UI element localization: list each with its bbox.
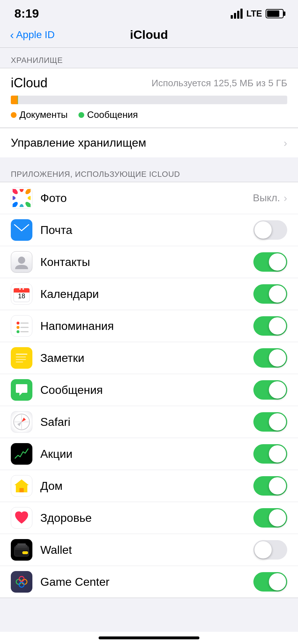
app-right-contacts[interactable] xyxy=(253,252,287,272)
storage-used-text: Используется 125,5 МБ из 5 ГБ xyxy=(152,78,287,89)
toggle-home[interactable] xyxy=(253,476,287,496)
app-chevron-photos-icon: › xyxy=(284,192,287,204)
toggle-calendar[interactable] xyxy=(253,284,287,304)
legend-documents: Документы xyxy=(11,109,68,120)
app-right-calendar[interactable] xyxy=(253,284,287,304)
legend-dot-green xyxy=(78,112,84,118)
svg-rect-27 xyxy=(16,362,23,363)
app-name-contacts: Контакты xyxy=(40,256,253,269)
app-name-safari: Safari xyxy=(40,415,253,429)
app-row-safari[interactable]: Safari xyxy=(0,406,298,438)
toggle-stocks[interactable] xyxy=(253,444,287,464)
toggle-reminders[interactable] xyxy=(253,316,287,336)
svg-point-10 xyxy=(18,257,25,264)
svg-point-19 xyxy=(17,330,19,333)
toggle-knob-health xyxy=(269,509,286,526)
svg-point-42 xyxy=(16,579,21,584)
home-bar xyxy=(99,636,199,639)
svg-text:18: 18 xyxy=(18,293,25,300)
legend-dot-orange xyxy=(11,112,17,118)
toggle-knob-wallet xyxy=(254,541,272,558)
app-right-home[interactable] xyxy=(253,476,287,496)
app-right-reminders[interactable] xyxy=(253,316,287,336)
toggle-knob-messages xyxy=(269,381,286,399)
toggle-knob-stocks xyxy=(269,445,286,463)
svg-point-6 xyxy=(13,196,15,200)
toggle-mail[interactable] xyxy=(253,220,287,240)
svg-rect-41 xyxy=(22,551,28,554)
app-name-mail: Почта xyxy=(40,224,253,237)
svg-point-0 xyxy=(19,189,24,192)
svg-point-43 xyxy=(22,579,27,584)
svg-point-7 xyxy=(13,189,19,195)
toggle-health[interactable] xyxy=(253,508,287,528)
app-row-home[interactable]: Дом xyxy=(0,470,298,502)
manage-storage-row[interactable]: Управление хранилищем › xyxy=(0,128,298,157)
spacer xyxy=(0,157,298,161)
app-icon-notes xyxy=(11,347,32,369)
app-name-health: Здоровье xyxy=(40,511,253,525)
toggle-notes[interactable] xyxy=(253,348,287,368)
lte-label: LTE xyxy=(246,9,262,19)
app-row-mail[interactable]: Почта xyxy=(0,214,298,246)
svg-rect-40 xyxy=(17,543,26,546)
app-row-gamecenter[interactable]: Game Center xyxy=(0,566,298,598)
app-icon-safari xyxy=(11,411,32,433)
app-right-wallet[interactable] xyxy=(253,540,287,560)
svg-point-45 xyxy=(19,582,24,587)
app-row-messages[interactable]: Сообщения xyxy=(0,374,298,406)
toggle-knob-contacts xyxy=(269,253,286,271)
svg-rect-26 xyxy=(16,359,26,360)
app-row-calendar[interactable]: ● ● 18 Календари xyxy=(0,278,298,310)
app-row-contacts[interactable]: Контакты xyxy=(0,246,298,278)
apps-section-header: ПРИЛОЖЕНИЯ, ИСПОЛЬЗУЮЩИЕ ICLOUD xyxy=(0,161,298,182)
back-button[interactable]: ‹ Apple ID xyxy=(10,29,55,41)
toggle-messages[interactable] xyxy=(253,380,287,400)
svg-point-3 xyxy=(24,201,31,207)
svg-rect-25 xyxy=(16,356,26,358)
app-row-notes[interactable]: Заметки xyxy=(0,342,298,374)
app-icon-calendar: ● ● 18 xyxy=(11,283,32,305)
app-icon-stocks xyxy=(11,443,32,465)
storage-title: iCloud xyxy=(11,75,48,91)
toggle-wallet[interactable] xyxy=(253,540,287,560)
svg-point-17 xyxy=(17,322,19,325)
app-icon-reminders xyxy=(11,315,32,337)
svg-point-4 xyxy=(19,204,24,207)
app-row-reminders[interactable]: Напоминания xyxy=(0,310,298,342)
toggle-knob-calendar xyxy=(269,285,286,303)
app-icon-photos xyxy=(11,187,32,209)
app-row-health[interactable]: Здоровье xyxy=(0,502,298,534)
svg-point-1 xyxy=(24,189,31,195)
app-right-photos: Выкл. › xyxy=(253,192,287,204)
app-name-stocks: Акции xyxy=(40,447,253,461)
legend-documents-label: Документы xyxy=(19,109,68,120)
app-name-home: Дом xyxy=(40,479,253,493)
app-status-photos: Выкл. xyxy=(253,192,280,204)
toggle-knob-reminders xyxy=(269,317,286,335)
toggle-safari[interactable] xyxy=(253,412,287,432)
app-right-health[interactable] xyxy=(253,508,287,528)
legend-messages: Сообщения xyxy=(78,109,138,120)
app-right-notes[interactable] xyxy=(253,348,287,368)
app-right-gamecenter[interactable] xyxy=(253,572,287,592)
storage-fill-documents xyxy=(11,96,18,104)
app-name-notes: Заметки xyxy=(40,351,253,365)
app-icon-contacts xyxy=(11,251,32,273)
app-row-stocks[interactable]: Акции xyxy=(0,438,298,470)
svg-rect-23 xyxy=(13,349,30,367)
storage-section-header: ХРАНИЛИЩЕ xyxy=(0,48,298,68)
app-row-wallet[interactable]: Wallet xyxy=(0,534,298,566)
nav-bar: ‹ Apple ID iCloud xyxy=(0,24,298,48)
app-right-safari[interactable] xyxy=(253,412,287,432)
app-name-wallet: Wallet xyxy=(40,543,253,557)
app-right-stocks[interactable] xyxy=(253,444,287,464)
app-right-messages[interactable] xyxy=(253,380,287,400)
app-row-photos[interactable]: Фото Выкл. › xyxy=(0,182,298,214)
toggle-gamecenter[interactable] xyxy=(253,572,287,592)
svg-point-18 xyxy=(17,326,19,329)
svg-point-5 xyxy=(13,201,19,207)
toggle-contacts[interactable] xyxy=(253,252,287,272)
app-right-mail[interactable] xyxy=(253,220,287,240)
app-name-messages: Сообщения xyxy=(40,383,253,397)
